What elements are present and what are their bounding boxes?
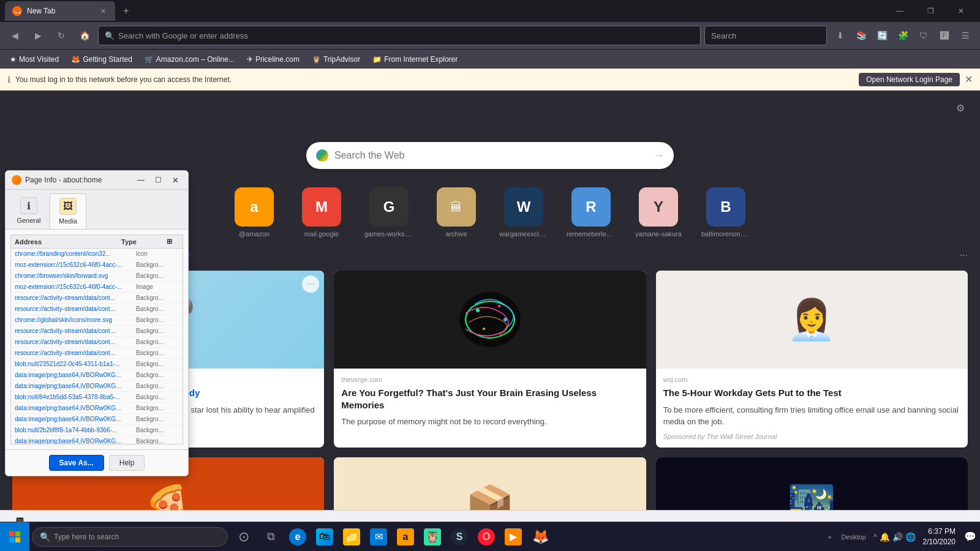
- pocket-btn[interactable]: 🅿: [935, 26, 954, 45]
- save-as-btn[interactable]: Save As...: [49, 455, 104, 471]
- taskbar-tripadvisor[interactable]: 🦉: [419, 522, 446, 552]
- info-bar-close[interactable]: ✕: [965, 73, 973, 85]
- taskbar-edge[interactable]: e: [284, 522, 311, 552]
- open-network-login-btn[interactable]: Open Network Login Page: [859, 73, 960, 86]
- taskbar-search-bar[interactable]: 🔍 Type here to search: [32, 527, 228, 547]
- tab-close-btn[interactable]: ✕: [98, 6, 108, 16]
- taskbar-opera[interactable]: O: [473, 522, 500, 552]
- dialog-list-item[interactable]: blob:null/84e1b5dd-53a5-4378-8ba5-...Bac…: [11, 392, 183, 403]
- tray-notification-icon[interactable]: 🔔: [880, 532, 890, 542]
- back-btn[interactable]: ◀: [5, 26, 24, 45]
- close-btn[interactable]: ✕: [947, 1, 975, 21]
- dialog-list-item[interactable]: data:image/png;base64,iVBORw0KG...Backgr…: [11, 414, 183, 425]
- taskbar-firefox[interactable]: 🦊: [527, 522, 554, 552]
- yamane-site-icon: Y: [639, 187, 678, 227]
- dialog-list-item[interactable]: moz-extension://15c632c6-46f0-4acc-...Ba…: [11, 260, 183, 271]
- tray-volume-icon[interactable]: 🔊: [892, 532, 903, 542]
- taskbar-explorer[interactable]: 📁: [338, 522, 365, 552]
- dialog-list-item[interactable]: chrome://browser/skin/forward.svgBackgro…: [11, 271, 183, 282]
- info-bar: ℹ You must log in to this network before…: [0, 69, 980, 91]
- site-balt[interactable]: B baltimorenonvi...: [698, 187, 753, 238]
- bookmark-amazon[interactable]: 🛒 Amazon.com – Online...: [140, 52, 239, 67]
- dialog-list-item[interactable]: resource://activity-stream/data/cont...B…: [11, 304, 183, 315]
- dialog-list-item[interactable]: chrome://branding/content/icon32...Icon: [11, 249, 183, 260]
- pocket-card-brain[interactable]: theverge.com Are You Forgetful? That's J…: [334, 271, 646, 448]
- site-games-workshop[interactable]: G games-workshop: [361, 187, 417, 238]
- bookmark-most-visited[interactable]: ★ Most Visited: [5, 52, 64, 67]
- dialog-minimize-btn[interactable]: —: [134, 174, 148, 186]
- dialog-list-item[interactable]: resource://activity-stream/data/cont...B…: [11, 326, 183, 337]
- svg-rect-6: [15, 531, 20, 536]
- dialog-list-item[interactable]: data:image/png;base64,iVBORw0KG...Backgr…: [11, 403, 183, 414]
- start-button[interactable]: [0, 522, 29, 552]
- dialog-maximize-btn[interactable]: ☐: [151, 174, 165, 186]
- dialog-list-item[interactable]: blob:null/23521d22-0c45-4311-b1a1-...Bac…: [11, 359, 183, 370]
- bookmark-from-ie[interactable]: 📁 From Internet Explorer: [368, 52, 462, 67]
- dialog-list-item[interactable]: resource://activity-stream/data/cont...B…: [11, 337, 183, 348]
- dialog-list-item[interactable]: resource://activity-stream/data/cont...B…: [11, 293, 183, 304]
- dialog-title-text: Page Info - about:home: [25, 176, 130, 184]
- dialog-list-item[interactable]: data:image/png;base64,iVBORw0KG...Backgr…: [11, 381, 183, 392]
- maximize-btn[interactable]: ❐: [916, 1, 944, 21]
- extensions-btn[interactable]: 🧩: [893, 26, 913, 45]
- clock-time: 6:37 PM: [923, 527, 956, 537]
- taskbar-desktop-label[interactable]: Desktop: [837, 533, 871, 541]
- dialog-tab-general[interactable]: ℹ General: [10, 193, 47, 229]
- settings-icon-btn[interactable]: ⚙: [951, 98, 970, 118]
- bookmark-icon: ★: [10, 55, 17, 64]
- site-remem[interactable]: R rememeberlesf...: [564, 187, 619, 238]
- bookmark-priceline[interactable]: ✈ Priceline.com: [242, 52, 304, 67]
- work-card-body: wsj.com The 5-Hour Workday Gets Put to t…: [656, 369, 968, 448]
- taskbar-show-desktop-chevron[interactable]: »: [823, 533, 836, 541]
- tray-network-icon[interactable]: 🌐: [905, 532, 916, 542]
- dialog-close-btn[interactable]: ✕: [168, 174, 182, 186]
- help-btn[interactable]: Help: [109, 455, 145, 471]
- downloads-btn[interactable]: ⬇: [831, 26, 850, 45]
- tray-expand-btn[interactable]: ^: [873, 533, 877, 541]
- site-yamane[interactable]: Y yamane-sakura: [631, 187, 686, 238]
- site-mail-google[interactable]: M mail.google: [294, 187, 349, 238]
- new-tab-btn[interactable]: +: [118, 2, 135, 20]
- dialog-list-item[interactable]: data:image/png;base64,iVBORw0KG...Backgr…: [11, 370, 183, 381]
- taskbar-mail[interactable]: ✉: [365, 522, 392, 552]
- site-wargame[interactable]: W wargameexclusi...: [496, 187, 551, 238]
- bookmark-tripadvisor[interactable]: 🦉 TripAdvisor: [307, 52, 365, 67]
- pocket-card-work[interactable]: 👩‍💼 wsj.com The 5-Hour Workday Gets Put …: [656, 271, 968, 448]
- menu-btn[interactable]: ☰: [956, 26, 975, 45]
- taskbar-clock[interactable]: 6:37 PM 2/10/2020: [918, 527, 960, 547]
- wargame-site-label: wargameexclusi...: [499, 230, 548, 238]
- active-tab[interactable]: 🦊 New Tab ✕: [5, 1, 115, 21]
- vpn-btn[interactable]: 🛡: [914, 26, 933, 45]
- taskbar-amazon[interactable]: a: [392, 522, 419, 552]
- taskbar-steam[interactable]: S: [446, 522, 473, 552]
- taskbar-cortana[interactable]: ⊙: [230, 522, 257, 552]
- expand-col[interactable]: ⊞: [167, 238, 179, 246]
- sync-btn[interactable]: 🔄: [872, 26, 892, 45]
- reload-btn[interactable]: ↻: [51, 26, 71, 45]
- address-bar[interactable]: 🔍 Search with Google or enter address: [98, 26, 701, 45]
- minimize-btn[interactable]: —: [886, 1, 914, 21]
- taskbar-vlc[interactable]: ▶: [500, 522, 527, 552]
- dialog-list-item[interactable]: blob:null/2b2bf8f8-1a74-4bbb-9366-...Bac…: [11, 425, 183, 436]
- bookmark-getting-started[interactable]: 🦊 Getting Started: [66, 52, 137, 67]
- site-archive[interactable]: 🏛 archive: [429, 187, 484, 238]
- search-box[interactable]: Search: [704, 26, 827, 45]
- newtab-search-input[interactable]: [334, 150, 648, 161]
- newtab-search-bar[interactable]: →: [306, 142, 674, 169]
- taskbar-task-view[interactable]: ⧉: [257, 522, 284, 552]
- action-center-btn[interactable]: 💬: [960, 522, 980, 552]
- dialog-list-item[interactable]: data:image/png;base64,iVBORw0KG...Backgr…: [11, 436, 183, 444]
- taskbar-store[interactable]: 🛍: [311, 522, 338, 552]
- home-btn[interactable]: 🏠: [75, 26, 94, 45]
- dialog-list-item[interactable]: moz-extension://15c632c6-46f0-4acc-...Im…: [11, 282, 183, 293]
- dialog-list[interactable]: chrome://branding/content/icon32...Iconm…: [10, 249, 183, 444]
- forward-btn[interactable]: ▶: [28, 26, 48, 45]
- svg-point-1: [476, 309, 480, 312]
- dialog-list-item[interactable]: resource://activity-stream/data/cont...B…: [11, 348, 183, 359]
- dialog-list-item[interactable]: chrome://global/skin/icons/more.svgBackg…: [11, 315, 183, 326]
- taskbar: 🔍 Type here to search ⊙ ⧉ e 🛍 📁 ✉ a 🦉 S …: [0, 522, 980, 551]
- dialog-tab-media[interactable]: 🖼 Media: [50, 193, 86, 229]
- site-amazon[interactable]: a @amazon: [227, 187, 282, 238]
- pocket-more-btn[interactable]: ···: [960, 250, 968, 261]
- library-btn[interactable]: 📚: [851, 26, 871, 45]
